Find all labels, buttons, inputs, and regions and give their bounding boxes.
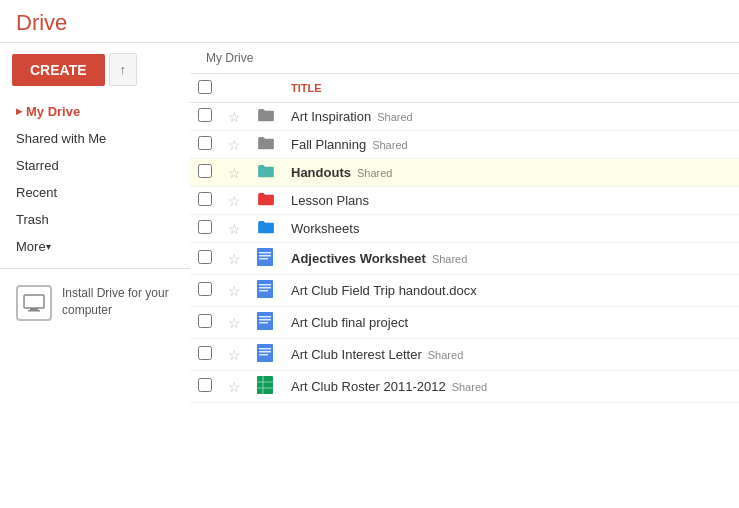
row-icon-cell <box>249 215 283 243</box>
star-icon[interactable]: ☆ <box>228 347 241 363</box>
file-name[interactable]: Art Club Roster 2011-2012 <box>291 379 446 394</box>
file-table: TITLE ☆ Art InspirationShared ☆ Fall Pla… <box>190 74 739 403</box>
doc-icon <box>257 312 273 330</box>
row-name-cell: Worksheets <box>283 215 739 243</box>
upload-button[interactable]: ↑ <box>109 53 138 86</box>
star-icon[interactable]: ☆ <box>228 379 241 395</box>
file-name[interactable]: Adjectives Worksheet <box>291 251 426 266</box>
upload-icon: ↑ <box>120 62 127 77</box>
row-checkbox[interactable] <box>198 108 212 122</box>
row-checkbox[interactable] <box>198 250 212 264</box>
file-name[interactable]: Art Inspiration <box>291 109 371 124</box>
file-name[interactable]: Worksheets <box>291 221 359 236</box>
star-icon[interactable]: ☆ <box>228 221 241 237</box>
sidebar-item-starred[interactable]: Starred <box>0 152 190 179</box>
file-name[interactable]: Art Club Field Trip handout.docx <box>291 283 477 298</box>
sidebar-item-shared-with-me[interactable]: Shared with Me <box>0 125 190 152</box>
row-checkbox[interactable] <box>198 192 212 206</box>
svg-rect-15 <box>257 344 273 362</box>
create-button[interactable]: CREATE <box>12 54 105 86</box>
star-icon[interactable]: ☆ <box>228 283 241 299</box>
row-name-cell: Art Club final project <box>283 307 739 339</box>
svg-rect-2 <box>28 310 40 312</box>
row-checkbox-cell <box>190 275 220 307</box>
sidebar-item-label: Shared with Me <box>16 131 106 146</box>
sidebar-item-trash[interactable]: Trash <box>0 206 190 233</box>
row-name-cell: Fall PlanningShared <box>283 131 739 159</box>
row-star-cell: ☆ <box>220 243 249 275</box>
svg-rect-16 <box>259 348 271 350</box>
install-drive-label: Install Drive for your computer <box>62 285 178 319</box>
svg-rect-4 <box>259 252 271 254</box>
star-icon[interactable]: ☆ <box>228 315 241 331</box>
svg-rect-14 <box>259 322 268 324</box>
row-star-cell: ☆ <box>220 371 249 403</box>
sheet-icon <box>257 376 273 394</box>
svg-rect-0 <box>24 295 44 308</box>
star-icon[interactable]: ☆ <box>228 165 241 181</box>
row-checkbox[interactable] <box>198 220 212 234</box>
row-star-cell: ☆ <box>220 275 249 307</box>
sidebar-item-label: Starred <box>16 158 59 173</box>
row-checkbox[interactable] <box>198 346 212 360</box>
row-name-cell: Art Club Interest LetterShared <box>283 339 739 371</box>
row-star-cell: ☆ <box>220 339 249 371</box>
sidebar: CREATE ↑ My DriveShared with MeStarredRe… <box>0 43 190 505</box>
row-checkbox[interactable] <box>198 378 212 392</box>
svg-rect-7 <box>257 280 273 298</box>
table-row: ☆ HandoutsShared <box>190 159 739 187</box>
star-icon[interactable]: ☆ <box>228 251 241 267</box>
svg-rect-9 <box>259 287 271 289</box>
sidebar-item-more[interactable]: More ▾ <box>0 233 190 260</box>
row-name-cell: HandoutsShared <box>283 159 739 187</box>
row-checkbox-cell <box>190 371 220 403</box>
row-icon-cell <box>249 103 283 131</box>
sidebar-item-my-drive[interactable]: My Drive <box>0 98 190 125</box>
row-checkbox[interactable] <box>198 314 212 328</box>
select-all-checkbox[interactable] <box>198 80 212 94</box>
row-icon-cell <box>249 275 283 307</box>
row-checkbox[interactable] <box>198 282 212 296</box>
file-name[interactable]: Art Club Interest Letter <box>291 347 422 362</box>
star-icon[interactable]: ☆ <box>228 109 241 125</box>
row-icon-cell <box>249 131 283 159</box>
sidebar-item-recent[interactable]: Recent <box>0 179 190 206</box>
svg-rect-8 <box>259 284 271 286</box>
icon-col-header <box>249 74 283 103</box>
star-col-header <box>220 74 249 103</box>
row-star-cell: ☆ <box>220 103 249 131</box>
file-name[interactable]: Fall Planning <box>291 137 366 152</box>
row-checkbox-cell <box>190 307 220 339</box>
row-name-cell: Lesson Plans <box>283 187 739 215</box>
breadcrumb: My Drive <box>190 43 739 74</box>
row-star-cell: ☆ <box>220 187 249 215</box>
table-row: ☆ Art InspirationShared <box>190 103 739 131</box>
row-checkbox[interactable] <box>198 164 212 178</box>
row-star-cell: ☆ <box>220 159 249 187</box>
shared-badge: Shared <box>372 139 407 151</box>
row-checkbox[interactable] <box>198 136 212 150</box>
svg-rect-5 <box>259 255 271 257</box>
row-name-cell: Art InspirationShared <box>283 103 739 131</box>
star-icon[interactable]: ☆ <box>228 193 241 209</box>
file-name[interactable]: Handouts <box>291 165 351 180</box>
row-name-cell: Art Club Roster 2011-2012Shared <box>283 371 739 403</box>
row-star-cell: ☆ <box>220 307 249 339</box>
select-all-col <box>190 74 220 103</box>
doc-icon <box>257 280 273 298</box>
row-icon-cell <box>249 339 283 371</box>
shared-badge: Shared <box>432 253 467 265</box>
row-icon-cell <box>249 187 283 215</box>
title-col-header: TITLE <box>283 74 739 103</box>
table-row: ☆ Fall PlanningShared <box>190 131 739 159</box>
row-checkbox-cell <box>190 187 220 215</box>
folder-teal-icon <box>257 164 275 178</box>
svg-rect-10 <box>259 290 268 292</box>
sidebar-item-label: My Drive <box>26 104 80 119</box>
svg-rect-6 <box>259 258 268 260</box>
star-icon[interactable]: ☆ <box>228 137 241 153</box>
table-row: ☆ Art Club Field Trip handout.docx <box>190 275 739 307</box>
file-name[interactable]: Lesson Plans <box>291 193 369 208</box>
install-drive-section[interactable]: Install Drive for your computer <box>0 268 190 329</box>
file-name[interactable]: Art Club final project <box>291 315 408 330</box>
